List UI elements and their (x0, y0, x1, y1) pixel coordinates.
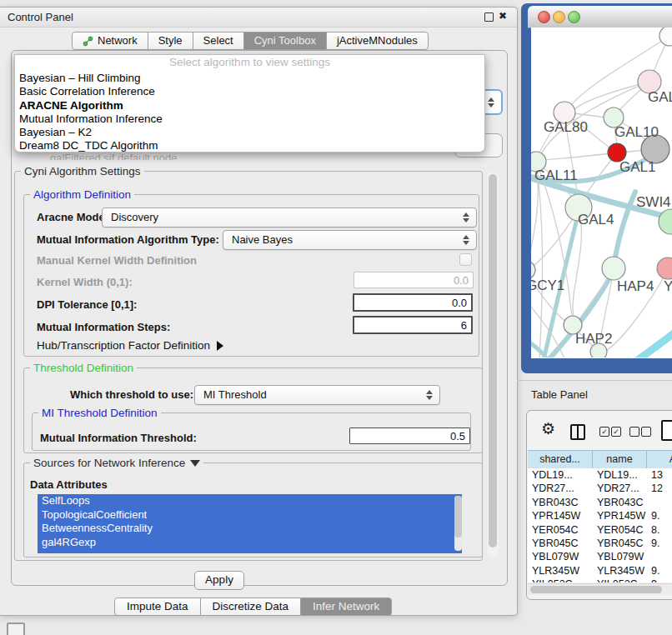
cell: 9. (647, 564, 672, 578)
cell: 9 (647, 578, 672, 582)
cell: YBL079W (528, 550, 593, 563)
close-window-icon[interactable] (538, 11, 550, 23)
table-horizontal-scrollbar[interactable] (528, 583, 672, 595)
attribute-item[interactable]: BetweennessCentrality (38, 522, 462, 536)
which-threshold-label: Which threshold to use: (70, 388, 193, 401)
column-header-name[interactable]: name (593, 451, 647, 469)
algorithm-option[interactable]: Mutual Information Inference (19, 112, 480, 126)
gear-icon[interactable]: ⚙ (541, 421, 555, 438)
collapse-down-icon[interactable] (190, 460, 200, 467)
attribute-item[interactable]: SelfLoops (38, 494, 462, 508)
network-window-titlebar[interactable] (528, 6, 672, 28)
tab-discretize-data[interactable]: Discretize Data (200, 598, 302, 616)
attribute-item[interactable]: gal4RGexp (38, 536, 462, 550)
network-view-window[interactable]: GAL7 GAL80 GAL10 GAL1 GAL11 SWI4 GAL4 GC… (521, 3, 672, 373)
tab-cyni-toolbox[interactable]: Cyni Toolbox (243, 32, 327, 50)
cell: YBR043C (528, 496, 593, 509)
algorithm-option[interactable]: Basic Correlation Inference (19, 85, 480, 98)
cell (647, 496, 672, 509)
zoom-window-icon[interactable] (568, 11, 580, 23)
mi-algorithm-type-combo[interactable]: Naive Bayes (223, 230, 477, 250)
aracne-mode-combo[interactable]: Discovery (102, 208, 477, 228)
minimize-window-icon[interactable] (553, 11, 565, 23)
aracne-mode-label: Aracne Mode: (37, 211, 108, 223)
mi-threshold-label: Mutual Information Threshold: (40, 432, 197, 444)
tab-infer-network[interactable]: Infer Network (300, 598, 392, 616)
table-row[interactable]: YDL19... YDL19... 13 (528, 468, 672, 482)
settings-scroll-thumb[interactable] (489, 174, 497, 548)
checkbox-checked-icon[interactable]: ✓ (611, 427, 621, 437)
network-icon (83, 36, 93, 47)
tab-network[interactable]: Network (72, 32, 148, 50)
new-table-icon[interactable] (661, 420, 672, 441)
table-hscroll-thumb[interactable] (530, 586, 662, 593)
table-body[interactable]: YDL19... YDL19... 13 YDR27... YDR27... 1… (528, 468, 672, 582)
checkbox-unchecked-icon[interactable] (629, 427, 639, 437)
table-row[interactable]: YER054C YER054C 8. (528, 523, 672, 537)
table-row[interactable]: YBR043C YBR043C (528, 496, 672, 509)
table-row[interactable]: YPR145W YPR145W 9. (528, 509, 672, 522)
network-node-y[interactable] (657, 258, 672, 279)
network-edge (617, 333, 672, 358)
dpi-tolerance-input[interactable] (353, 293, 473, 312)
cell: 13 (647, 468, 672, 482)
table-row[interactable]: YDR27... YDR27... 12 (528, 482, 672, 495)
mi-threshold-input[interactable] (349, 428, 470, 444)
cell: YDR27... (593, 482, 647, 495)
dpi-tolerance-label: DPI Tolerance [0,1]: (37, 298, 137, 311)
cell: 12 (647, 482, 672, 495)
table-row[interactable]: YIL052C YIL052C 9 (528, 578, 672, 582)
hub-definition-label: Hub/Transcription Factor Definition (37, 339, 210, 352)
column-header-partial[interactable]: A (647, 451, 672, 469)
cell: YER054C (593, 523, 647, 537)
minimized-panel-icon[interactable] (7, 622, 25, 635)
table-row[interactable]: YBR045C YBR045C 9. (528, 537, 672, 550)
algorithm-option[interactable]: Dream8 DC_TDC Algorithm (19, 139, 480, 152)
attribute-list-scroll-thumb[interactable] (454, 496, 462, 538)
algorithm-option[interactable]: Bayesian – K2 (19, 126, 480, 139)
column-header-shared-name[interactable]: shared... (528, 451, 593, 469)
cell: 9. (647, 509, 672, 522)
table-row[interactable]: YLR345W YLR345W 9. (528, 564, 672, 578)
network-node[interactable] (659, 28, 672, 46)
algorithm-option[interactable]: Bayesian – Hill Climbing (19, 72, 480, 85)
mi-algorithm-type-value: Naive Bayes (232, 233, 293, 246)
mi-steps-input[interactable] (353, 316, 473, 334)
attribute-item[interactable]: TopologicalCoefficient (38, 508, 462, 522)
apply-button[interactable]: Apply (194, 571, 244, 590)
node-label: HAP4 (617, 278, 654, 294)
tab-style-label: Style (158, 32, 183, 49)
manual-kernel-width-checkbox[interactable] (459, 253, 472, 266)
network-node-hap4[interactable] (602, 257, 625, 280)
float-window-icon[interactable] (484, 12, 494, 22)
cell: YPR145W (528, 509, 593, 522)
cell: YIL052C (528, 578, 593, 582)
cell (647, 550, 672, 563)
checkbox-unchecked-icon[interactable] (641, 427, 651, 437)
settings-scrollbar[interactable] (487, 172, 499, 558)
cyni-bottom-tabs: Impute Data Discretize Data Infer Networ… (114, 598, 392, 616)
table-row[interactable]: YBL079W YBL079W (528, 550, 672, 563)
tab-style[interactable]: Style (148, 32, 193, 50)
algorithm-option-current[interactable]: ARACNE Algorithm (19, 99, 480, 112)
data-attributes-list[interactable]: SelfLoops TopologicalCoefficient Between… (38, 494, 462, 553)
tab-impute-data[interactable]: Impute Data (114, 598, 201, 616)
node-label: GAL80 (544, 119, 588, 135)
network-canvas[interactable]: GAL7 GAL80 GAL10 GAL1 GAL11 SWI4 GAL4 GC… (531, 28, 672, 358)
columns-icon[interactable] (570, 424, 585, 440)
mi-threshold-group-title: MI Threshold Definition (38, 407, 161, 419)
hub-definition-toggle[interactable]: Hub/Transcription Factor Definition (37, 339, 223, 352)
manual-kernel-width-label: Manual Kernel Width Definition (37, 254, 197, 267)
cell: YBR043C (593, 496, 647, 509)
tab-select[interactable]: Select (193, 32, 244, 50)
algorithm-combo-placeholder: Select algorithm to view settings (15, 56, 484, 68)
kernel-width-input[interactable] (354, 272, 474, 288)
checkbox-checked-icon[interactable]: ✓ (599, 427, 609, 437)
which-threshold-combo[interactable]: MI Threshold (194, 385, 440, 405)
network-node-gcy1[interactable] (531, 261, 535, 279)
combo-spinner-icon (488, 98, 495, 108)
attribute-list-scrollbar[interactable] (454, 496, 462, 551)
close-panel-icon[interactable]: ✖ (499, 10, 507, 22)
algorithm-select-popup[interactable]: Select algorithm to view settings Bayesi… (14, 54, 485, 152)
tab-jactivemnodules[interactable]: jActiveMNodules (326, 32, 429, 50)
